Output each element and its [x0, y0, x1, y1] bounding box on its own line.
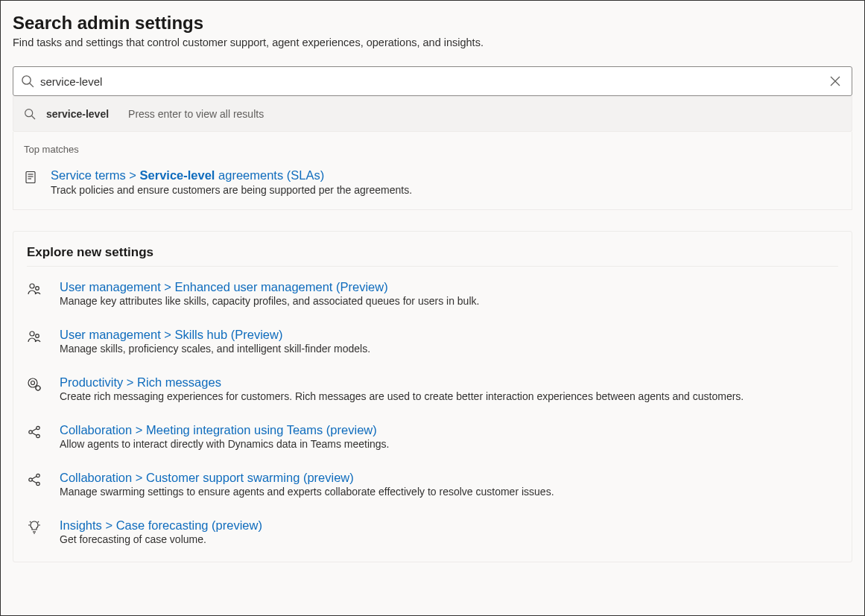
suggestion-hint: Press enter to view all results [128, 108, 264, 120]
svg-point-22 [29, 478, 32, 481]
svg-point-0 [22, 76, 31, 84]
svg-line-26 [32, 480, 37, 483]
document-icon [24, 171, 37, 184]
share-nodes-icon [27, 472, 42, 487]
divider [27, 266, 838, 267]
breadcrumb-segment-bold: Service-level [140, 168, 215, 182]
svg-point-14 [28, 378, 37, 387]
svg-point-11 [36, 287, 39, 290]
explore-desc: Manage skills, proficiency scales, and i… [60, 343, 370, 355]
explore-link[interactable]: User management > Enhanced user manageme… [60, 280, 388, 293]
explore-link[interactable]: Collaboration > Customer support swarmin… [60, 471, 354, 484]
svg-point-4 [25, 109, 33, 116]
svg-line-20 [32, 429, 37, 432]
suggestion-bar[interactable]: service-level Press enter to view all re… [13, 96, 852, 132]
explore-desc: Manage key attributes like skills, capac… [60, 295, 479, 307]
people-icon [27, 329, 42, 344]
clear-search-button[interactable] [826, 72, 844, 90]
search-input[interactable] [40, 75, 826, 88]
top-match-desc: Track policies and ensure customers are … [51, 184, 412, 196]
explore-item[interactable]: Insights > Case forecasting (preview) Ge… [27, 518, 838, 545]
explore-item[interactable]: Productivity > Rich messages Create rich… [27, 375, 838, 402]
explore-item[interactable]: User management > Skills hub (Preview) M… [27, 328, 838, 355]
top-matches-card: Top matches Service terms > Service-leve… [13, 132, 852, 210]
explore-desc: Manage swarming settings to ensure agent… [60, 486, 554, 498]
breadcrumb-segment: agreements (SLAs) [215, 168, 324, 182]
close-icon [830, 76, 840, 86]
breadcrumb-segment: Service terms [51, 168, 126, 182]
explore-desc: Allow agents to interact directly with D… [60, 438, 390, 450]
top-match-item[interactable]: Service terms > Service-level agreements… [24, 168, 841, 196]
svg-rect-6 [26, 172, 35, 183]
chevron-right-icon: > [129, 168, 139, 182]
search-icon [21, 74, 34, 88]
people-icon [27, 282, 42, 296]
share-nodes-icon [27, 425, 42, 439]
search-icon [24, 108, 36, 120]
explore-link[interactable]: Productivity > Rich messages [60, 375, 221, 389]
explore-item[interactable]: User management > Enhanced user manageme… [27, 280, 838, 307]
svg-point-10 [30, 284, 34, 288]
svg-point-23 [37, 474, 39, 477]
lightbulb-icon [27, 520, 42, 535]
svg-point-15 [31, 381, 35, 385]
search-box[interactable] [13, 66, 852, 96]
svg-point-16 [36, 386, 40, 390]
page-subtitle: Find tasks and settings that control cus… [13, 36, 852, 48]
svg-point-19 [37, 434, 39, 437]
svg-line-5 [32, 115, 36, 119]
svg-line-25 [32, 477, 37, 480]
explore-link[interactable]: Collaboration > Meeting integration usin… [60, 423, 377, 436]
explore-item[interactable]: Collaboration > Meeting integration usin… [27, 423, 838, 450]
svg-point-17 [29, 431, 32, 434]
explore-desc: Get forecasting of case volume. [60, 533, 262, 545]
page-title: Search admin settings [13, 13, 852, 34]
svg-point-12 [30, 331, 34, 336]
top-match-link[interactable]: Service terms > Service-level agreements… [51, 168, 412, 182]
top-matches-label: Top matches [24, 144, 841, 155]
explore-item[interactable]: Collaboration > Customer support swarmin… [27, 471, 838, 498]
svg-line-21 [32, 433, 37, 436]
explore-link[interactable]: Insights > Case forecasting (preview) [60, 518, 262, 532]
svg-line-32 [38, 521, 39, 522]
svg-point-18 [37, 426, 39, 429]
explore-desc: Create rich messaging experiences for cu… [60, 390, 744, 402]
svg-point-13 [36, 334, 39, 338]
suggestion-term: service-level [46, 108, 109, 120]
svg-line-31 [30, 521, 31, 522]
explore-link[interactable]: User management > Skills hub (Preview) [60, 328, 282, 341]
explore-card: Explore new settings User management > E… [13, 231, 852, 562]
target-gear-icon [27, 377, 42, 392]
svg-line-1 [30, 83, 34, 87]
explore-title: Explore new settings [27, 245, 838, 260]
svg-point-24 [37, 482, 39, 485]
